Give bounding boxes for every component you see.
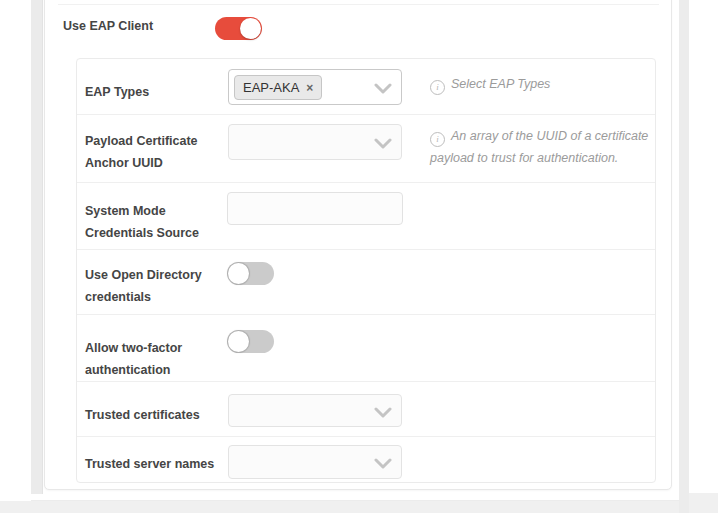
left-sidebar-edge xyxy=(0,0,31,501)
trusted-certs-label: Trusted certificates xyxy=(85,404,225,426)
trusted-servers-row: Trusted server names xyxy=(77,437,655,484)
system-mode-row: System Mode Credentials Source xyxy=(77,183,655,250)
info-icon: i xyxy=(430,80,445,95)
payload-anchor-hint: iAn array of the UUID of a certificate p… xyxy=(430,125,658,169)
payload-anchor-label: Payload Certificate Anchor UUID xyxy=(85,130,225,174)
chevron-down-icon xyxy=(374,405,392,423)
eap-types-row: EAP Types EAP-AKA× iSelect EAP Types xyxy=(77,59,655,115)
system-mode-input[interactable] xyxy=(227,192,403,225)
tag-label: EAP-AKA xyxy=(243,80,299,95)
two-factor-toggle[interactable] xyxy=(227,330,274,353)
toggle-knob-icon xyxy=(228,263,249,284)
use-eap-client-label: Use EAP Client xyxy=(63,15,213,37)
eap-types-selected-tag: EAP-AKA× xyxy=(234,75,322,100)
eap-types-hint: iSelect EAP Types xyxy=(430,73,658,95)
system-mode-label: System Mode Credentials Source xyxy=(85,200,225,244)
hint-text: Select EAP Types xyxy=(451,77,550,91)
open-directory-row: Use Open Directory credentials xyxy=(77,250,655,315)
open-directory-label: Use Open Directory credentials xyxy=(85,264,225,308)
chevron-down-icon xyxy=(374,456,392,474)
payload-anchor-select[interactable] xyxy=(228,124,402,160)
eap-types-multiselect[interactable]: EAP-AKA× xyxy=(228,69,402,105)
eap-types-label: EAP Types xyxy=(85,81,225,103)
section-divider xyxy=(58,4,659,5)
open-directory-toggle[interactable] xyxy=(227,262,274,285)
use-eap-client-toggle[interactable] xyxy=(215,17,262,40)
trusted-servers-label: Trusted server names xyxy=(85,453,225,475)
toggle-knob-icon xyxy=(228,331,249,352)
two-factor-label: Allow two-factor authentication xyxy=(85,337,225,381)
hint-text: An array of the UUID of a certificate pa… xyxy=(430,129,648,165)
trusted-certs-row: Trusted certificates xyxy=(77,382,655,437)
payload-anchor-row: Payload Certificate Anchor UUID iAn arra… xyxy=(77,115,655,183)
right-scrollbar[interactable] xyxy=(679,0,689,513)
chevron-down-icon xyxy=(374,81,392,99)
remove-tag-icon[interactable]: × xyxy=(306,82,313,94)
trusted-servers-select[interactable] xyxy=(228,445,402,479)
eap-settings-card: Use EAP Client EAP Types EAP-AKA× iSelec… xyxy=(44,0,672,490)
left-scrollbar[interactable] xyxy=(31,0,43,494)
right-gutter xyxy=(689,0,718,493)
info-icon: i xyxy=(430,132,445,147)
toggle-knob-icon xyxy=(240,18,261,39)
chevron-down-icon xyxy=(374,136,392,154)
page: Use EAP Client EAP Types EAP-AKA× iSelec… xyxy=(0,0,718,513)
two-factor-row: Allow two-factor authentication xyxy=(77,315,655,382)
trusted-certs-select[interactable] xyxy=(228,394,402,427)
eap-options-panel: EAP Types EAP-AKA× iSelect EAP Types Pay… xyxy=(76,58,656,483)
